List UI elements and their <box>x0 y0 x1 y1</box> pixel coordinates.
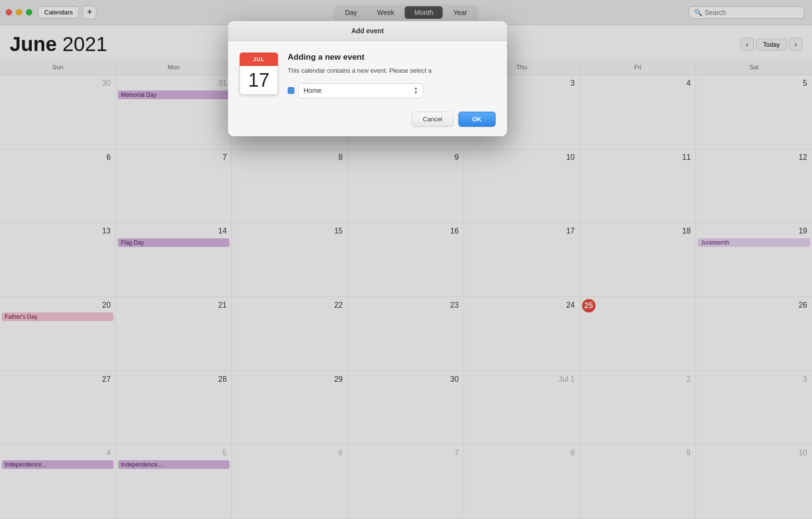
modal-dialog: Add event JUL 17 Adding a new event This… <box>228 21 507 136</box>
arrow-down-icon: ▼ <box>414 91 418 95</box>
calendar-dropdown[interactable]: Home ▲ ▼ <box>298 83 423 99</box>
modal-content: Adding a new event This calendar contain… <box>288 52 495 98</box>
calendar-select-row: Home ▲ ▼ <box>288 83 495 99</box>
modal-dialog-title: Adding a new event <box>288 52 495 62</box>
ok-button[interactable]: OK <box>458 112 496 127</box>
modal-title: Add event <box>228 21 507 41</box>
calendar-icon-day: 17 <box>240 66 278 95</box>
modal-description: This calendar contains a new event. Plea… <box>288 66 495 76</box>
calendar-color-dot <box>288 87 294 94</box>
modal-body: JUL 17 Adding a new event This calendar … <box>228 41 507 106</box>
select-arrows-icon: ▲ ▼ <box>414 86 418 96</box>
calendar-icon-month: JUL <box>240 52 278 66</box>
cancel-button[interactable]: Cancel <box>412 112 453 127</box>
calendar-icon: JUL 17 <box>240 52 278 96</box>
calendar-select-label: Home <box>304 87 321 94</box>
modal-footer: Cancel OK <box>228 106 507 136</box>
